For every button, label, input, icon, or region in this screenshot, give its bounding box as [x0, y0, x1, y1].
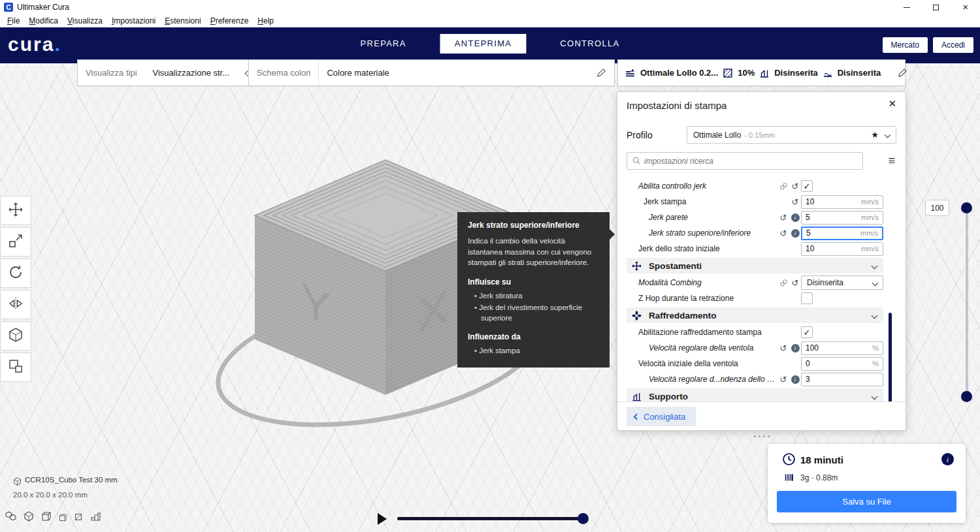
tab-anteprima[interactable]: ANTEPRIMA — [440, 34, 527, 54]
settings-menu-icon[interactable]: ≡ — [888, 153, 895, 168]
settings-search-box[interactable] — [627, 152, 863, 170]
setting-value-field[interactable]: 5mm/s — [801, 227, 883, 240]
summary-adhesion: Disinserita — [838, 68, 881, 78]
object-icon-1[interactable] — [5, 510, 16, 522]
play-button[interactable] — [378, 513, 387, 525]
material-usage-icon — [783, 472, 794, 486]
setting-row[interactable]: Modalità Combing↺Disinserita — [627, 275, 883, 290]
setting-label: Abilita controllo jerk — [627, 181, 777, 191]
chevron-down-icon[interactable] — [872, 312, 878, 319]
edit-setup-icon[interactable] — [890, 68, 915, 78]
save-to-file-button[interactable]: Salva su File — [777, 491, 956, 512]
setting-value-field[interactable]: 10mm/s — [801, 242, 883, 256]
menu-preferenze[interactable]: Preferenze — [206, 16, 253, 25]
view-type-bar[interactable]: Visualizza tipi Visualizzazione str... — [77, 59, 249, 86]
menu-visualizza[interactable]: Visualizza — [63, 16, 107, 25]
setting-dropdown[interactable]: Disinserita — [801, 275, 883, 290]
info-icon[interactable]: i — [789, 375, 801, 384]
revert-icon[interactable]: ↺ — [789, 279, 801, 287]
view-type-value[interactable]: Visualizzazione str... — [145, 68, 238, 78]
chevron-down-icon[interactable] — [872, 262, 878, 269]
object-icon-4[interactable] — [59, 514, 67, 522]
setting-row[interactable]: Velocità iniziale della ventola0% — [627, 356, 883, 371]
rotate-tool-button[interactable] — [0, 258, 31, 288]
color-scheme-label: Schema colori — [249, 68, 318, 78]
simulation-slider-handle[interactable] — [578, 513, 589, 524]
menu-estensioni[interactable]: Estensioni — [160, 16, 205, 25]
setting-value-field[interactable]: 100% — [801, 341, 883, 355]
simulation-slider-track[interactable] — [397, 517, 585, 520]
minimize-button[interactable] — [892, 0, 921, 14]
revert-icon[interactable]: ↺ — [777, 213, 789, 222]
edit-icon[interactable] — [589, 68, 614, 78]
menu-impostazioni[interactable]: Impostazioni — [107, 16, 160, 25]
menu-help[interactable]: Help — [253, 16, 278, 25]
layer-slider-bottom-handle[interactable] — [961, 391, 972, 402]
setting-row[interactable]: Abilita controllo jerk↺ — [627, 178, 883, 194]
layer-slider-top-handle[interactable] — [961, 202, 972, 213]
revert-icon[interactable]: ↺ — [789, 198, 801, 206]
object-icon-6[interactable] — [90, 511, 101, 522]
setting-checkbox[interactable] — [801, 180, 813, 192]
tab-controlla[interactable]: CONTROLLA — [546, 34, 634, 54]
print-setup-summary-bar[interactable]: Ottimale Lollo 0.2... 10% Disinserita Di… — [617, 59, 906, 86]
info-icon[interactable]: i — [941, 453, 954, 465]
revert-icon[interactable]: ↺ — [777, 344, 789, 352]
object-icon-5[interactable] — [74, 512, 83, 522]
sign-in-button[interactable]: Accedi — [933, 37, 973, 53]
info-icon[interactable]: i — [789, 229, 801, 238]
mirror-tool-button[interactable] — [0, 290, 31, 319]
star-icon[interactable]: ★ — [871, 130, 879, 140]
object-icon-2[interactable] — [24, 511, 34, 522]
setting-value-field[interactable]: 5mm/s — [801, 211, 883, 225]
move-tool-button[interactable] — [0, 196, 31, 225]
profile-dropdown[interactable]: Ottimale Lollo - 0.15mm ★ — [687, 126, 896, 144]
marketplace-button[interactable]: Mercato — [883, 37, 928, 53]
setting-value-field[interactable]: 0% — [801, 357, 883, 371]
recommended-mode-button[interactable]: Consigliata — [627, 407, 696, 426]
color-scheme-bar[interactable]: Schema colori Colore materiale — [248, 59, 615, 86]
revert-icon[interactable]: ↺ — [777, 375, 789, 384]
scale-tool-button[interactable] — [0, 227, 31, 257]
setting-checkbox[interactable] — [801, 326, 813, 338]
settings-search-input[interactable] — [644, 157, 857, 166]
setting-value-field[interactable]: 3 — [801, 373, 883, 386]
chevron-down-icon[interactable] — [885, 132, 891, 138]
settings-scrollbar[interactable] — [889, 313, 892, 407]
setting-row[interactable]: Velocità regolare d...ndenza dello strat… — [627, 371, 883, 387]
revert-icon[interactable]: ↺ — [789, 182, 801, 191]
cura-app-icon: C — [4, 3, 13, 12]
maximize-button[interactable] — [921, 0, 951, 14]
category-row[interactable]: Supporto — [627, 388, 883, 401]
setting-row[interactable]: Jerk strato superiore/inferiore↺i5mm/s — [627, 225, 883, 241]
layer-slider-track[interactable] — [966, 208, 968, 397]
close-button[interactable]: ✕ — [951, 0, 980, 14]
panel-resize-grip[interactable] — [754, 435, 770, 437]
travel-icon — [632, 260, 645, 271]
menu-modifica[interactable]: Modifica — [24, 16, 63, 25]
object-icon-3[interactable] — [41, 511, 52, 522]
revert-icon[interactable]: ↺ — [777, 229, 789, 238]
setting-row[interactable]: Jerk stampa↺10mm/s — [627, 194, 883, 210]
chevron-down-icon[interactable] — [872, 393, 878, 399]
color-scheme-value[interactable]: Colore materiale — [319, 68, 397, 78]
category-row[interactable]: Spostamenti — [627, 258, 883, 274]
setting-row[interactable]: Jerk dello strato iniziale10mm/s — [627, 241, 883, 257]
setting-row[interactable]: Jerk parete↺i5mm/s — [627, 210, 883, 225]
setting-row[interactable]: Velocità regolare della ventola↺i100% — [627, 340, 883, 356]
tab-prepara[interactable]: PREPARA — [346, 34, 421, 54]
setting-row[interactable]: Abilitazione raffreddamento stampa — [627, 324, 883, 340]
link-icon[interactable] — [777, 182, 789, 191]
setting-row[interactable]: Z Hop durante la retrazione — [627, 290, 883, 306]
per-model-settings-button[interactable] — [0, 321, 31, 351]
support-blocker-button[interactable] — [0, 352, 31, 382]
setting-value-field[interactable]: 10mm/s — [801, 195, 883, 209]
setting-label: Jerk strato superiore/inferiore — [627, 228, 777, 238]
link-icon[interactable] — [777, 279, 789, 287]
close-panel-icon[interactable]: ✕ — [888, 98, 896, 110]
info-icon[interactable]: i — [789, 213, 801, 222]
menu-file[interactable]: File — [3, 16, 24, 25]
info-icon[interactable]: i — [789, 344, 801, 352]
setting-checkbox[interactable] — [801, 292, 813, 304]
category-row[interactable]: Raffreddamento — [627, 307, 883, 323]
